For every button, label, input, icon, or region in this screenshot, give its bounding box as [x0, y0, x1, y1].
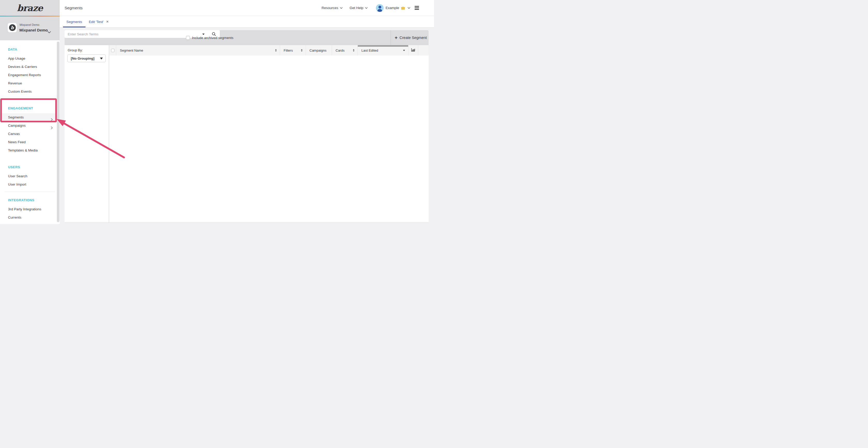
section-title-engagement: ENGAGEMENT	[8, 106, 60, 110]
sidebar-item-user-import[interactable]: User Import	[0, 180, 60, 188]
select-all-cell	[109, 45, 116, 56]
section-title-users: USERS	[8, 165, 60, 169]
sidebar-item-3rd-party-integrations[interactable]: 3rd Party Integrations	[0, 205, 60, 213]
column-header-cards[interactable]: Cards	[332, 45, 358, 56]
content-area: Include archived segments + Create Segme…	[60, 28, 434, 224]
user-avatar	[376, 4, 383, 12]
column-header-campaigns[interactable]: Campaigns	[306, 45, 332, 56]
dropdown-caret-icon	[100, 58, 103, 59]
sidebar-item-templates-media[interactable]: Templates & Media	[0, 146, 60, 154]
braze-logo: braze	[17, 3, 43, 13]
group-by-label: Group By:	[68, 48, 83, 52]
chevron-down-icon	[408, 7, 410, 9]
braze-dashboard: braze b Mixpanel Demo Mixpanel Demo DATA…	[0, 0, 434, 224]
sidebar: braze b Mixpanel Demo Mixpanel Demo DATA…	[0, 0, 60, 224]
tab-edit-test[interactable]: Edit 'Test' ✕	[86, 16, 112, 27]
top-header: Segments Resources Get Help Example	[60, 0, 434, 16]
tab-bar: Segments Edit 'Test' ✕	[60, 16, 434, 28]
sidebar-item-app-usage[interactable]: App Usage	[0, 55, 60, 63]
sidebar-item-canvas[interactable]: Canvas	[0, 130, 60, 138]
crown-icon	[401, 6, 405, 10]
app-group-label: Mixpanel Demo	[20, 23, 39, 26]
column-header-spacer	[418, 45, 429, 56]
create-segment-button[interactable]: + Create Segment	[395, 30, 427, 45]
sidebar-item-currents[interactable]: Currents	[0, 213, 60, 222]
resources-menu[interactable]: Resources	[322, 6, 343, 10]
main-area: Segments Resources Get Help Example	[60, 0, 434, 224]
include-archived-checkbox[interactable]	[186, 36, 190, 40]
include-archived-label: Include archived segments	[192, 36, 234, 40]
toolbar-divider	[391, 30, 391, 45]
hamburger-menu-icon[interactable]	[414, 6, 419, 10]
select-all-checkbox[interactable]	[111, 49, 115, 52]
workspace-switcher[interactable]: b Mixpanel Demo Mixpanel Demo	[0, 16, 60, 40]
tab-segments[interactable]: Segments	[63, 16, 86, 27]
user-menu[interactable]: Example	[376, 4, 410, 12]
sort-icon	[301, 49, 303, 51]
sidebar-item-engagement-reports[interactable]: Engagement Reports	[0, 71, 60, 79]
close-icon[interactable]: ✕	[106, 20, 109, 24]
segments-toolbar: Include archived segments + Create Segme…	[65, 30, 429, 45]
sidebar-item-devices-carriers[interactable]: Devices & Carriers	[0, 63, 60, 71]
sort-icon	[275, 49, 277, 51]
sidebar-item-custom-events[interactable]: Custom Events	[0, 88, 60, 96]
page-title: Segments	[65, 6, 83, 10]
sidebar-item-segments[interactable]: Segments	[0, 113, 60, 122]
search-input[interactable]	[65, 30, 202, 38]
get-help-menu[interactable]: Get Help	[349, 6, 368, 10]
chevron-down-icon	[340, 7, 343, 9]
workspace-avatar: b	[8, 23, 17, 32]
sidebar-item-news-feed[interactable]: News Feed	[0, 138, 60, 146]
table-body-empty	[109, 56, 429, 223]
user-name: Example	[385, 6, 399, 10]
group-by-value: [No Grouping]	[71, 57, 100, 60]
table-header-row: Segment Name Filters Campaigns Cards	[109, 45, 429, 56]
column-header-last-edited[interactable]: Last Edited	[358, 45, 408, 56]
sidebar-item-campaigns[interactable]: Campaigns	[0, 122, 60, 130]
group-by-panel: Group By: [No Grouping]	[65, 45, 109, 223]
include-archived-control: Include archived segments	[186, 30, 234, 45]
column-header-analytics[interactable]	[408, 45, 418, 56]
header-controls: Resources Get Help Example	[322, 4, 419, 12]
column-header-filters[interactable]: Filters	[280, 45, 306, 56]
section-title-integrations: INTEGRATIONS	[8, 198, 60, 202]
bar-chart-icon	[411, 48, 415, 53]
sidebar-nav: DATA App Usage Devices & Carriers Engage…	[0, 47, 60, 222]
workspace-avatar-letter: b	[9, 24, 16, 31]
segments-body: Group By: [No Grouping] Segment Name	[65, 45, 429, 223]
sort-icon	[353, 49, 354, 51]
group-by-select[interactable]: [No Grouping]	[67, 55, 106, 62]
chevron-down-icon	[48, 30, 51, 34]
section-title-data: DATA	[8, 47, 60, 51]
workspace-name: Mixpanel Demo	[20, 28, 48, 32]
sidebar-item-user-search[interactable]: User Search	[0, 172, 60, 180]
sidebar-item-revenue[interactable]: Revenue	[0, 79, 60, 88]
logo-block: braze	[0, 0, 60, 16]
sidebar-scrollbar[interactable]	[57, 41, 59, 222]
plus-icon: +	[395, 35, 398, 40]
chevron-down-icon	[365, 7, 368, 9]
column-header-segment-name[interactable]: Segment Name	[116, 45, 280, 56]
segments-table: Segment Name Filters Campaigns Cards	[109, 45, 429, 223]
sort-descending-icon	[403, 50, 405, 51]
